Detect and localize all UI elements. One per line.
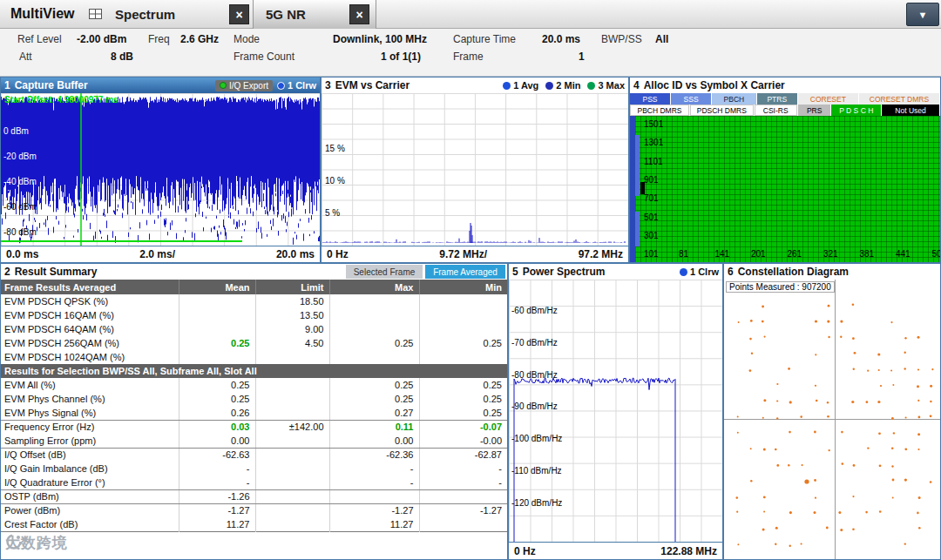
cell-limit: [255, 489, 329, 503]
multiview-label[interactable]: MultiView: [10, 6, 75, 22]
cell-min: -0.00: [419, 434, 507, 448]
capture-y-label: -40 dBm: [3, 177, 37, 186]
cell-name: EVM PDSCH 256QAM (%): [1, 336, 179, 350]
cell-mean: 0.25: [179, 336, 255, 350]
capture-y-label: -60 dBm: [3, 202, 37, 212]
alloc-y-label: 501: [644, 213, 659, 222]
cell-max: 0.25: [329, 336, 419, 350]
capture-buffer-plot[interactable]: Start Offset: 4.98000977 ms 0 dBm-20 dBm…: [1, 93, 320, 246]
ref-level-value[interactable]: -2.00 dBm: [77, 33, 126, 45]
cell-min: [419, 350, 507, 364]
cell-min: 0.25: [419, 406, 507, 420]
table-row: I/Q Quadrature Error (°)---: [1, 476, 507, 489]
alloc-legend-pdsch-dmrs: PDSCH DMRS: [690, 105, 754, 116]
att-value[interactable]: 8 dB: [111, 51, 133, 63]
col-header-limit: Limit: [255, 280, 329, 294]
capture-time-value[interactable]: 20.0 ms: [542, 33, 580, 45]
table-row: I/Q Offset (dB)-62.63-62.36-62.87: [1, 448, 507, 462]
cell-mean: -: [179, 462, 255, 476]
alloc-x-label: 261: [788, 249, 802, 259]
frame-count-value[interactable]: 1 of 1(1): [381, 51, 421, 63]
capture-y-label: 0 dBm: [3, 126, 29, 136]
window-number: 4: [633, 79, 640, 91]
cell-max: [329, 350, 419, 364]
evm-plot[interactable]: 15 %10 %5 %: [322, 93, 628, 246]
mode-value[interactable]: Downlink, 100 MHz: [333, 33, 427, 45]
evm-titlebar[interactable]: 3 EVM vs Carrier 1 Avg2 Min3 Max: [322, 78, 628, 93]
cell-mean: [179, 308, 255, 322]
cell-min: [419, 489, 507, 503]
alloc-grid[interactable]: 1501130111019017015013011018114120126132…: [630, 116, 940, 262]
alloc-y-label: 901: [644, 175, 659, 185]
cell-mean: -1.27: [179, 503, 255, 517]
trace-color-dot: [680, 268, 687, 276]
evm-y-label: 15 %: [325, 144, 345, 153]
frame-value[interactable]: 1: [579, 51, 585, 63]
window-title: Result Summary: [15, 266, 98, 278]
alloc-legend-not-used: Not Used: [882, 105, 939, 116]
tab-frame-averaged[interactable]: Frame Averaged: [425, 265, 505, 279]
table-row: EVM Phys Signal (%)0.260.270.25: [1, 406, 507, 420]
close-icon[interactable]: ×: [349, 4, 369, 24]
x-axis-stop: 122.88 MHz: [660, 545, 717, 557]
panel-constellation: 6 Constellation Diagram Points Measured …: [723, 263, 941, 560]
power-spectrum-titlebar[interactable]: 5 Power Spectrum 1 Clrw: [509, 264, 722, 280]
trace-label-text: 1 Clrw: [288, 80, 316, 91]
x-axis-scale: 2.0 ms/: [139, 248, 175, 260]
result-summary-titlebar[interactable]: 2 Result Summary Selected Frame Frame Av…: [1, 264, 507, 280]
cell-name: EVM Phys Channel (%): [1, 392, 179, 406]
evm-trace: [322, 93, 628, 246]
cell-min: -62.87: [419, 448, 507, 462]
table-row: EVM All (%)0.250.250.25: [1, 378, 507, 392]
x-axis-scale: 9.72 MHz/: [439, 248, 487, 260]
cell-min: 0.25: [419, 378, 507, 392]
cell-mean: -: [179, 476, 255, 489]
cell-min: [419, 517, 507, 531]
evm-legend-trace-3: 3 Max: [587, 80, 625, 91]
watermark-logo: [5, 533, 23, 550]
power-y-label: -110 dBm/Hz: [511, 466, 562, 476]
result-summary-table: Frame Results Averaged Mean Limit Max Mi…: [1, 280, 507, 532]
window-title: Constellation Diagram: [738, 266, 849, 278]
cell-limit: [255, 434, 329, 448]
cell-max: 0.25: [329, 378, 419, 392]
capture-buffer-titlebar[interactable]: 1 Capture Buffer I/Q Export 1 Clrw: [1, 78, 320, 93]
cell-limit: 18.50: [255, 294, 329, 308]
alloc-y-label: 1101: [644, 157, 663, 166]
iq-export-button[interactable]: I/Q Export: [215, 80, 273, 91]
constellation-plot[interactable]: Points Measured : 907200: [724, 280, 940, 559]
table-row: EVM PDSCH QPSK (%)18.50: [1, 294, 507, 308]
evm-legend-trace-2: 2 Min: [545, 80, 580, 91]
freq-value[interactable]: 2.6 GHz: [180, 33, 219, 45]
window-title: Power Spectrum: [523, 266, 606, 278]
power-spectrum-plot[interactable]: -60 dBm/Hz-70 dBm/Hz-80 dBm/Hz-90 dBm/Hz…: [509, 280, 722, 542]
tab-selected-frame[interactable]: Selected Frame: [346, 265, 423, 279]
cell-name: I/Q Quadrature Error (°): [1, 476, 179, 489]
trace-color-dot: [277, 82, 285, 90]
constellation-titlebar[interactable]: 6 Constellation Diagram: [724, 264, 940, 280]
window-title: Alloc ID vs Symbol X Carrier: [644, 79, 785, 91]
alloc-titlebar[interactable]: 4 Alloc ID vs Symbol X Carrier: [630, 78, 940, 93]
alloc-x-label: 381: [860, 249, 875, 259]
alloc-legend-row-2: PBCH DMRSPDSCH DMRSCSI-RSPRSP D S C HNot…: [630, 105, 940, 116]
tab-spectrum[interactable]: Spectrum: [115, 7, 175, 22]
cell-max: 0.25: [329, 392, 419, 406]
power-y-label: -70 dBm/Hz: [511, 338, 558, 347]
x-axis-start: 0 Hz: [327, 248, 349, 260]
close-icon[interactable]: ×: [229, 4, 249, 24]
alloc-y-label: 701: [644, 193, 659, 203]
evm-trace-legend: 1 Avg2 Min3 Max: [503, 80, 625, 91]
bwp-ss-value[interactable]: All: [655, 33, 668, 45]
alloc-legend-pbch: PBCH: [712, 93, 756, 105]
mode-label: Mode: [234, 33, 260, 45]
tab-5g-nr-label: 5G NR: [266, 7, 306, 22]
chevron-down-icon[interactable]: ▼: [906, 3, 939, 26]
tab-5g-nr[interactable]: 5G NR ×: [253, 0, 376, 29]
cell-name: I/Q Offset (dB): [1, 448, 179, 462]
trace-label-text: 1 Clrw: [690, 267, 719, 277]
power-y-label: -90 dBm/Hz: [511, 401, 558, 411]
power-y-label: -60 dBm/Hz: [511, 306, 558, 315]
alloc-x-label: 201: [751, 249, 766, 259]
alloc-legend-pbch-dmrs: PBCH DMRS: [630, 105, 689, 116]
cell-limit: [255, 392, 329, 406]
